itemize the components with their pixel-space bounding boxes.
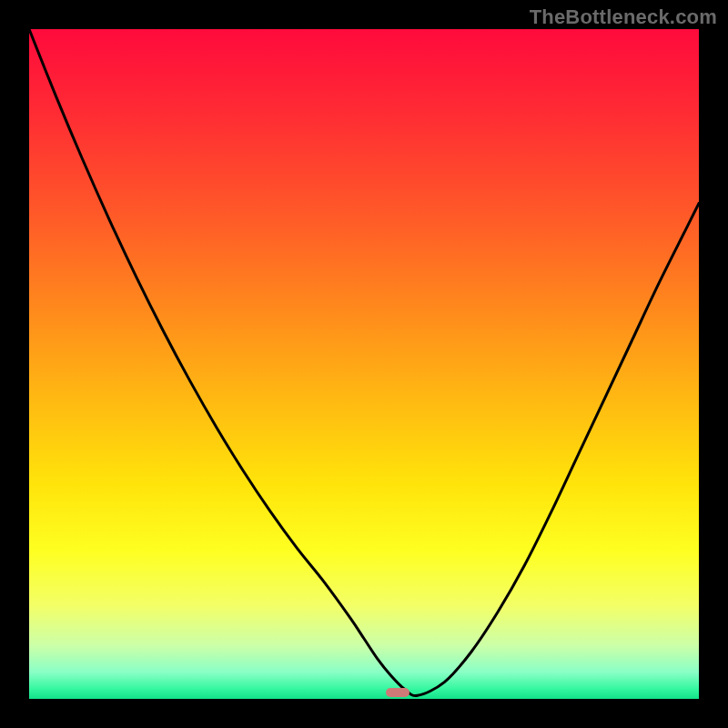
bottleneck-curve [29,29,699,699]
chart-frame: TheBottleneck.com [0,0,728,728]
plot-area [29,29,699,699]
watermark-text: TheBottleneck.com [530,5,717,29]
minimum-marker [386,688,410,697]
